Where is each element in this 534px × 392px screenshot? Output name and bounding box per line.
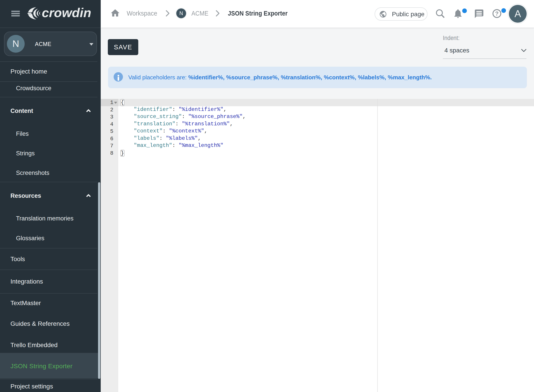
svg-text:?: ? [495, 10, 499, 17]
svg-text:crowdin: crowdin [42, 7, 91, 20]
